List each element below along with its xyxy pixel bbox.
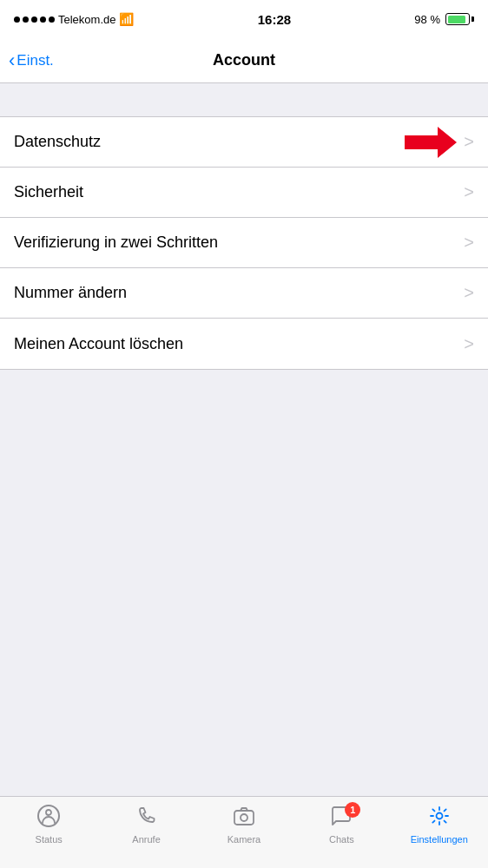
tab-bar: Status Anrufe Kamera 1 Chats (0, 796, 488, 868)
menu-list: Datenschutz > Sicherheit > Verifizierung… (0, 116, 488, 370)
svg-point-2 (46, 810, 51, 815)
anrufe-icon (135, 804, 159, 832)
tab-item-anrufe[interactable]: Anrufe (112, 804, 181, 845)
chevron-right-icon: > (464, 334, 474, 354)
tab-label-kamera: Kamera (228, 834, 261, 845)
section-gap (0, 83, 488, 116)
svg-marker-0 (405, 127, 457, 158)
menu-item-right: > (464, 334, 474, 354)
menu-item-nummer[interactable]: Nummer ändern > (0, 268, 488, 319)
tab-label-einstellungen: Einstellungen (411, 834, 468, 845)
menu-item-verifizierung[interactable]: Verifizierung in zwei Schritten > (0, 218, 488, 268)
carrier-label: Telekom.de (58, 13, 115, 26)
svg-point-5 (436, 813, 442, 819)
chevron-right-icon: > (464, 132, 474, 152)
status-icon (36, 804, 61, 832)
chats-badge: 1 (345, 802, 360, 818)
tab-item-chats[interactable]: 1 Chats (307, 804, 376, 845)
status-left: Telekom.de 📶 (14, 12, 134, 26)
tab-item-einstellungen[interactable]: Einstellungen (405, 804, 474, 845)
tab-label-status: Status (36, 834, 63, 845)
back-chevron-icon: ‹ (9, 51, 15, 70)
red-arrow-icon (405, 127, 457, 158)
menu-item-right: > (464, 233, 474, 253)
menu-item-label: Sicherheit (14, 183, 83, 201)
menu-item-label: Meinen Account löschen (14, 335, 183, 353)
svg-point-4 (241, 814, 247, 821)
tab-item-kamera[interactable]: Kamera (209, 804, 279, 845)
chevron-right-icon: > (464, 233, 474, 253)
status-right: 98 % (414, 13, 474, 26)
chevron-right-icon: > (464, 283, 474, 303)
back-label: Einst. (16, 52, 54, 69)
battery-icon (445, 13, 474, 25)
page-title: Account (213, 51, 275, 69)
status-time: 16:28 (258, 12, 291, 27)
menu-item-right: > (405, 127, 474, 158)
tab-label-chats: Chats (329, 834, 354, 845)
menu-item-right: > (464, 182, 474, 202)
menu-item-sicherheit[interactable]: Sicherheit > (0, 168, 488, 218)
menu-item-loeschen[interactable]: Meinen Account löschen > (0, 319, 488, 369)
tab-label-anrufe: Anrufe (132, 834, 160, 845)
menu-item-datenschutz[interactable]: Datenschutz > (0, 117, 488, 168)
menu-item-label: Verifizierung in zwei Schritten (14, 233, 218, 252)
battery-label: 98 % (414, 13, 440, 26)
menu-item-label: Nummer ändern (14, 284, 127, 302)
menu-item-right: > (464, 283, 474, 303)
einstellungen-icon (427, 804, 452, 832)
signal-dots (14, 16, 55, 23)
menu-item-label: Datenschutz (14, 133, 101, 151)
chevron-right-icon: > (464, 182, 474, 202)
status-bar: Telekom.de 📶 16:28 98 % (0, 0, 488, 38)
back-button[interactable]: ‹ Einst. (9, 51, 54, 70)
svg-rect-3 (234, 811, 254, 825)
chats-icon-wrapper: 1 (329, 804, 353, 832)
kamera-icon (232, 804, 256, 832)
svg-point-1 (38, 806, 59, 826)
tab-item-status[interactable]: Status (14, 804, 83, 845)
nav-bar: ‹ Einst. Account (0, 38, 488, 83)
wifi-icon: 📶 (119, 12, 134, 26)
